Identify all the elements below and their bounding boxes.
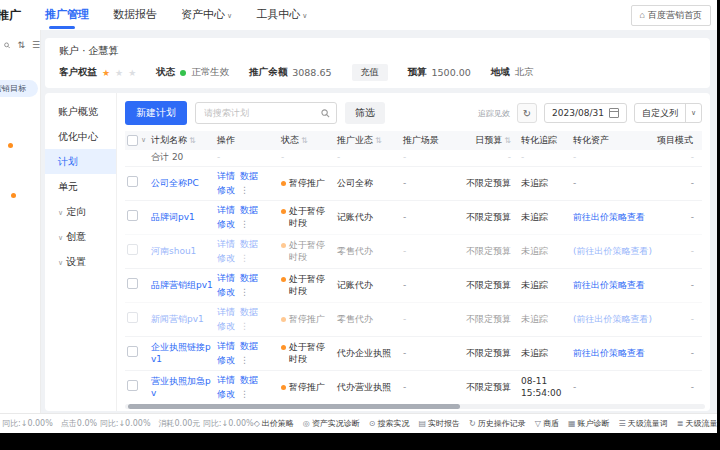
op-data-link[interactable]: 数据 (240, 205, 258, 216)
baidu-marketing-home-button[interactable]: ⌂百度营销首页 (631, 5, 711, 26)
horizontal-scrollbar[interactable] (125, 404, 705, 409)
new-plan-button[interactable]: 新建计划 (125, 101, 187, 125)
op-detail-link[interactable]: 详情 (217, 239, 235, 250)
tool-realtime-report[interactable]: ▤实时报告 (419, 418, 461, 429)
asset-link[interactable]: (前往出价策略查看) (571, 246, 655, 257)
tool-asset-live-diagnosis[interactable]: ◎资产实况诊断 (303, 418, 360, 429)
op-edit-link[interactable]: 修改 (217, 321, 235, 332)
more-icon[interactable]: ⋮ (240, 389, 249, 400)
sidebar-item-unit[interactable]: 单元 (45, 174, 116, 199)
menu-icon[interactable]: ☰ (32, 40, 40, 50)
op-data-link[interactable]: 数据 (240, 273, 258, 284)
view-hint-label: 追踪见效 (478, 108, 510, 119)
sidebar: 账户概览 优化中心 计划 单元 ∨定向 ∨创意 ∨设置 (45, 93, 117, 411)
campaign-name-link[interactable]: 品牌词pv1 (151, 212, 195, 222)
asset-link[interactable]: (前往出价策略查看) (571, 314, 655, 325)
tool-bid-strategy[interactable]: ◇出价策略 (254, 418, 294, 429)
toolbar: 新建计划 筛选 追踪见效 ↻ 2023/08/31 自定义列 ∨ (125, 98, 702, 128)
sort-icon[interactable]: ⇅ (504, 136, 511, 146)
nav-asset-center[interactable]: 资产中心∨ (181, 0, 232, 30)
op-edit-link[interactable]: 修改 (217, 253, 235, 264)
campaign-name-link[interactable]: 河南shou1 (151, 246, 196, 256)
op-detail-link[interactable]: 详情 (217, 205, 235, 216)
asset-link[interactable]: 前往出价策略查看 (571, 212, 655, 223)
custom-columns-select[interactable]: 自定义列 ∨ (634, 103, 702, 123)
table-header-row: ∨ 计划名称⇅ 操作 状态⇅ 推广业态⇅ 推广场景 日预算⇅ 转化追踪 转化资产… (125, 131, 702, 150)
more-icon[interactable]: ⋮ (240, 355, 249, 366)
tool-daily-traffic-words[interactable]: ☰天级流量词 (619, 418, 668, 429)
search-icon[interactable] (4, 41, 10, 50)
sidebar-item-plan[interactable]: 计划 (45, 149, 116, 174)
tool-shangdun[interactable]: ▽商盾 (535, 418, 559, 429)
sidebar-item-settings[interactable]: ∨设置 (45, 249, 116, 274)
more-icon[interactable]: ⋮ (240, 219, 249, 230)
asset-link[interactable]: 前往出价策略查看 (571, 280, 655, 291)
more-icon[interactable]: ⋮ (240, 185, 249, 196)
sidebar-item-targeting[interactable]: ∨定向 (45, 199, 116, 224)
op-data-link[interactable]: 数据 (240, 307, 258, 318)
budget-cell: 不限定预算 (457, 212, 519, 223)
row-checkbox[interactable] (127, 380, 138, 391)
sidebar-item-overview[interactable]: 账户概览 (45, 99, 116, 124)
row-checkbox[interactable] (127, 278, 138, 289)
op-edit-link[interactable]: 修改 (217, 219, 235, 230)
row-checkbox[interactable] (127, 210, 138, 221)
tool-history-log[interactable]: ↻历史操作记录 (469, 418, 526, 429)
refresh-button[interactable]: ↻ (517, 103, 537, 123)
row-checkbox[interactable] (127, 346, 138, 357)
op-data-link[interactable]: 数据 (240, 375, 258, 386)
op-edit-link[interactable]: 修改 (217, 287, 235, 298)
row-checkbox[interactable] (127, 312, 138, 323)
campaign-name-link[interactable]: 公司全称PC (151, 178, 199, 188)
op-edit-link[interactable]: 修改 (217, 355, 235, 366)
campaign-name-link[interactable]: 品牌营销组pv1 (151, 280, 213, 290)
nav-tool-center[interactable]: 工具中心∨ (256, 0, 307, 30)
more-icon[interactable]: ⋮ (240, 287, 249, 298)
more-icon[interactable]: ⋮ (240, 321, 249, 332)
row-checkbox[interactable] (127, 176, 138, 187)
budget-cell: 不限定预算 (457, 314, 519, 325)
op-detail-link[interactable]: 详情 (217, 273, 235, 284)
more-icon[interactable]: ⋮ (240, 253, 249, 264)
recharge-button[interactable]: 充值 (352, 64, 388, 81)
op-detail-link[interactable]: 详情 (217, 307, 235, 318)
campaign-name-link[interactable]: 企业执照链接pv1 (151, 342, 211, 363)
mode-cell: - (655, 348, 698, 359)
search-icon[interactable] (321, 109, 330, 118)
sidebar-item-optimize-center[interactable]: 优化中心 (45, 124, 116, 149)
status-dot-icon (180, 70, 186, 76)
nav-promotion-manage[interactable]: 推广管理 (45, 0, 89, 30)
asset-link[interactable]: 前往出价策略查看 (571, 348, 655, 359)
sort-arrows-icon[interactable]: ⇅ (17, 40, 25, 50)
op-detail-link[interactable]: 详情 (217, 375, 235, 386)
op-edit-link[interactable]: 修改 (217, 185, 235, 196)
op-detail-link[interactable]: 详情 (217, 171, 235, 182)
summary-metrics: 同比:↓0.00% 点击0.0% 同比:↓0.00% 消耗0.00元 同比:↓0… (2, 418, 254, 429)
op-data-link[interactable]: 数据 (240, 341, 258, 352)
row-checkbox[interactable] (127, 244, 138, 255)
scrollbar-thumb[interactable] (128, 404, 460, 409)
calendar-icon (609, 108, 619, 118)
date-picker[interactable]: 2023/08/31 (544, 103, 627, 123)
sort-icon[interactable]: ⇅ (189, 136, 196, 146)
industry-cell: 零售代办 (335, 246, 401, 257)
sidebar-item-creative[interactable]: ∨创意 (45, 224, 116, 249)
marketing-goal-pill[interactable]: 营销目标 (0, 80, 38, 97)
nav-data-report[interactable]: 数据报告 (113, 0, 157, 30)
op-data-link[interactable]: 数据 (240, 239, 258, 250)
plan-search-input[interactable] (202, 107, 317, 119)
tool-account-diagnosis[interactable]: ▦账户诊断 (568, 418, 610, 429)
op-data-link[interactable]: 数据 (240, 171, 258, 182)
plan-search-box[interactable] (195, 102, 337, 124)
campaign-name-link[interactable]: 营业执照加急pv (151, 376, 211, 397)
sort-icon[interactable]: ⇅ (301, 136, 308, 146)
tool-daily-traffic-word-pack[interactable]: ≣天级流量词包 (677, 418, 717, 429)
op-detail-link[interactable]: 详情 (217, 341, 235, 352)
select-all-checkbox[interactable] (127, 135, 138, 146)
filter-button[interactable]: 筛选 (345, 102, 385, 124)
tool-search-live[interactable]: ⊙搜索实况 (369, 418, 410, 429)
sort-icon[interactable]: ⇅ (375, 136, 382, 146)
campaign-name-link[interactable]: 新闻营销pv1 (151, 314, 204, 324)
op-edit-link[interactable]: 修改 (217, 389, 235, 400)
track-cell: 未追踪 (519, 348, 571, 359)
